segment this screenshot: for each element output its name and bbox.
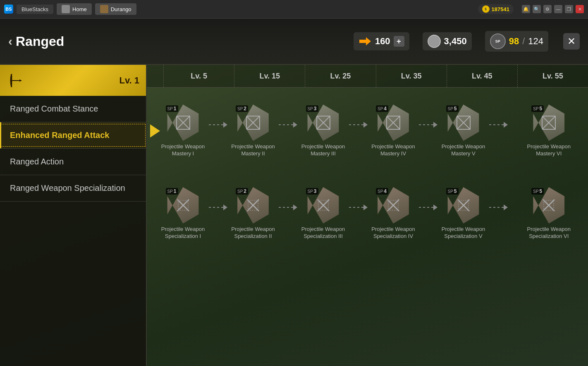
skill-panel: Lv. 1 Ranged Combat Stance Enhanced Rang… [0,65,588,366]
sp-badge-spec-3: SP 3 [306,188,318,195]
skill-col-mastery-2: SP 2 Projectile Weapon Mastery II [234,105,304,157]
skill-spec-6[interactable]: SP 5 Projectile Weapon Specialization VI [529,187,569,240]
spec-row: SP 1 Projectile Weapon Specialization I [147,178,584,249]
mastery-row: SP 1 Projectile Weapon Mastery I [147,96,584,166]
resource1-block: 160 + [354,32,409,50]
skill-mastery-4[interactable]: SP 4 Projectile Weapon Mastery IV [374,105,413,157]
game-tab-label: Durango [111,6,131,12]
skill-spec-2[interactable]: SP 2 Projectile Weapon Specialization II [234,187,273,240]
mastery-icon [313,112,334,133]
game-tab[interactable]: Durango [95,3,136,15]
settings-btn[interactable]: ⚙ [543,5,552,13]
sp-badge-spec-2: SP 2 [236,188,248,195]
skill-col-mastery-3: SP 3 Projectile Weapon Mastery III [304,105,374,157]
level-header-5: Lv. 5 [163,65,234,87]
skill-col-spec-2: SP 2 Projectile Weapon Specialization II [234,187,304,240]
sidebar-level: Lv. 1 [119,75,139,86]
skill-col-mastery-4: SP 4 Projectile Weapon Mastery IV [374,105,444,157]
skill-cell: SP 4 Projectile Weapon Specialization IV [374,187,444,240]
skill-spec-3[interactable]: SP 3 Projectile Weapon Specialization II… [304,187,343,240]
skill-mastery-1[interactable]: SP 1 Projectile Weapon Mastery I [163,105,203,157]
skill-name-spec-4: Projectile Weapon Specialization IV [370,226,416,240]
titlebar: BS BlueStacks Home Durango $ 187541 🔔 🔍 … [0,0,588,19]
resource2-block: 3,450 [423,32,472,50]
hex-container: SP 4 [375,187,411,223]
spec-icon [382,195,404,216]
sidebar-item-label: Ranged Weapon Specialization [10,183,125,193]
bluestacks-tab[interactable]: BlueStacks [17,5,53,14]
sidebar-item-enhanced-ranged-attack[interactable]: Enhanced Ranged Attack [0,122,146,149]
panel-close-button[interactable]: ✕ [563,33,580,50]
skill-spec-1[interactable]: SP 1 Projectile Weapon Specialization I [163,187,203,240]
skill-cell: SP 3 Projectile Weapon Mastery III [304,105,374,157]
minimize-btn[interactable]: — [554,5,562,13]
skill-cell: SP 2 Projectile Weapon Specialization II [234,187,304,240]
sp-badge-2: SP 2 [236,105,248,112]
spec-icon [453,195,474,216]
skill-spec-4[interactable]: SP 4 Projectile Weapon Specialization IV [374,187,413,240]
skill-rows: SP 1 Projectile Weapon Mastery I [147,88,588,269]
hex-container: SP 3 [305,105,342,141]
game-tab-logo [100,5,108,13]
hex-container: SP 5 [531,187,567,223]
skill-mastery-5[interactable]: SP 5 Projectile Weapon Mastery V [444,105,483,157]
sidebar-item-label: Ranged Action [10,157,64,166]
skill-mastery-3[interactable]: SP 3 Projectile Weapon Mastery III [304,105,343,157]
hex-container: SP 5 [445,187,482,223]
hex-arrow [203,122,234,140]
sp-badge-4: SP 4 [376,105,388,112]
hex-container: SP 3 [305,187,342,223]
skill-cell: SP 4 Projectile Weapon Mastery IV [374,105,444,157]
level-header-15: Lv. 15 [234,65,305,87]
row-arrow [147,124,163,138]
skill-mastery-6[interactable]: SP 5 Projectile Weapon Mastery VI [529,105,569,157]
skill-cell: SP 1 Projectile Weapon Mastery I [163,105,234,157]
sidebar-item-ranged-weapon-spec[interactable]: Ranged Weapon Specialization [0,175,146,202]
hex-arrow [413,122,444,140]
resource1-value: 160 [375,36,390,47]
shield-resource-icon [428,35,441,48]
skill-sidebar: Lv. 1 Ranged Combat Stance Enhanced Rang… [0,65,147,366]
hex-container: SP 2 [235,105,271,141]
sp-badge-spec-6: SP 5 [531,188,544,195]
skill-name-mastery-5: Projectile Weapon Mastery V [441,143,486,157]
skill-mastery-2[interactable]: SP 2 Projectile Weapon Mastery II [234,105,273,157]
mastery-icon [453,112,474,133]
level-header-35: Lv. 35 [376,65,447,87]
resource1-add-button[interactable]: + [394,36,404,47]
skill-name-spec-2: Projectile Weapon Specialization II [230,226,276,240]
search-btn[interactable]: 🔍 [533,5,541,13]
notification-btn[interactable]: 🔔 [522,5,530,13]
skill-col-spec-4: SP 4 Projectile Weapon Specialization IV [374,187,444,240]
window-controls: 🔔 🔍 ⚙ — ❐ ✕ [522,5,584,13]
close-btn[interactable]: ✕ [576,5,584,13]
coin-display: $ 187541 [478,4,514,14]
sidebar-item-ranged-combat-stance[interactable]: Ranged Combat Stance [0,96,146,122]
sp-badge-spec-5: SP 5 [446,188,459,195]
bluestacks-logo: BS [4,5,13,14]
skill-name-mastery-6: Projectile Weapon Mastery VI [526,143,571,157]
skill-col-mastery-6: SP 5 Projectile Weapon Mastery VI [514,105,584,157]
sp-badge-6: SP 5 [531,105,544,112]
sidebar-item-ranged-action[interactable]: Ranged Action [0,149,146,175]
skill-col-spec-6: SP 5 Projectile Weapon Specialization VI [514,187,584,240]
skill-cell: SP 3 Projectile Weapon Specialization II… [304,187,374,240]
svg-marker-3 [19,79,22,82]
spec-icon [172,195,194,216]
hex-arrow [273,204,304,223]
mastery-icon [172,112,194,133]
home-tab-logo [62,5,70,13]
level-header-45: Lv. 45 [447,65,517,87]
restore-btn[interactable]: ❐ [565,5,573,13]
back-button[interactable]: ‹ Ranged [8,34,64,49]
skill-cell: SP 5 Projectile Weapon Mastery V [444,105,514,157]
home-tab[interactable]: Home [57,3,92,15]
skill-cell: SP 5 Projectile Weapon Specialization V [444,187,514,240]
sp-badge-3: SP 3 [306,105,318,112]
skill-category-icon [7,71,26,90]
sp-divider: / [522,36,525,47]
skill-spec-5[interactable]: SP 5 Projectile Weapon Specialization V [444,187,483,240]
sp-badge-spec-4: SP 4 [376,188,388,195]
page-title: Ranged [16,34,64,49]
sp-current: 98 [509,36,519,47]
